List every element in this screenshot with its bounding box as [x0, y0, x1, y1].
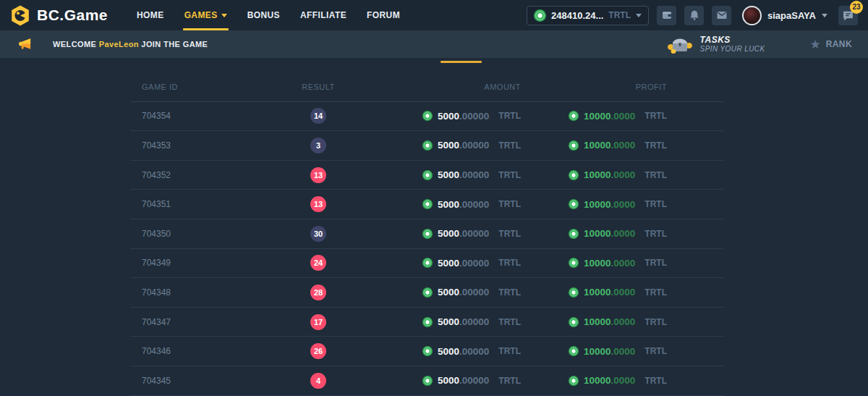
- profit-value: 10000.0000 TRTL: [569, 199, 667, 210]
- amount-dec: .00000: [459, 258, 489, 269]
- user-menu[interactable]: siapaSAYA: [742, 6, 827, 25]
- profit-currency: TRTL: [644, 111, 667, 121]
- table-row[interactable]: 704346 26 5000.00000 TRTL: [130, 337, 723, 366]
- table-row[interactable]: 704350 30 5000.00000 TRTL: [130, 219, 723, 249]
- trtl-coin-icon: [569, 258, 579, 268]
- nav-item-label: GAMES: [184, 10, 218, 20]
- profit-dec: .0000: [611, 140, 636, 151]
- main-content: GAME ID RESULT AMOUNT PROFIT 704354 14: [0, 58, 868, 396]
- table-row[interactable]: 704347 17 5000.00000 TRTL: [130, 308, 723, 337]
- amount-value: 5000.00000 TRTL: [422, 287, 521, 298]
- table-row[interactable]: 704345 4 5000.00000 TRTL: [130, 366, 723, 396]
- table-header: GAME ID RESULT AMOUNT PROFIT: [130, 72, 723, 102]
- amount-value: 5000.00000 TRTL: [422, 228, 521, 239]
- trtl-coin-icon: [422, 229, 433, 239]
- col-header-result: RESULT: [271, 83, 365, 91]
- nav-item-label: BONUS: [247, 10, 280, 20]
- amount-value: 5000.00000 TRTL: [422, 316, 521, 327]
- game-id: 704351: [130, 199, 271, 209]
- nav-item-affiliate[interactable]: AFFILIATE: [290, 0, 357, 30]
- amount-value: 5000.00000 TRTL: [422, 258, 521, 269]
- profit-int: 10000: [584, 287, 611, 298]
- amount-value: 5000.00000 TRTL: [422, 199, 521, 210]
- profit-dec: .0000: [611, 346, 636, 357]
- nav-item-forum[interactable]: FORUM: [357, 0, 410, 30]
- game-id: 704353: [130, 140, 271, 151]
- chevron-down-icon: [822, 14, 827, 17]
- table-row[interactable]: 704352 13 5000.00000 TRTL: [130, 161, 723, 190]
- amount-int: 5000: [438, 140, 459, 151]
- profit-int: 10000: [584, 140, 611, 151]
- amount-int: 5000: [438, 169, 459, 180]
- profit-value: 10000.0000 TRTL: [569, 140, 667, 151]
- chat-button[interactable]: 23: [838, 6, 858, 25]
- amount-currency: TRTL: [498, 140, 521, 151]
- table-row[interactable]: 704354 14 5000.00000 TRTL: [130, 102, 723, 132]
- rank-shortcut[interactable]: ★ RANK: [809, 38, 852, 51]
- game-id: 704349: [130, 258, 271, 268]
- game-id: 704350: [130, 229, 271, 239]
- profit-currency: TRTL: [644, 287, 667, 298]
- amount-dec: .00000: [459, 199, 489, 210]
- col-header-amount: AMOUNT: [365, 83, 521, 91]
- result-badge: 4: [310, 373, 326, 389]
- result-badge: 13: [310, 167, 326, 183]
- profit-dec: .0000: [611, 287, 636, 298]
- amount-currency: TRTL: [498, 317, 521, 327]
- profit-currency: TRTL: [644, 376, 667, 386]
- profit-int: 10000: [584, 346, 611, 357]
- tasks-subtitle: SPIN YOUR LUCK: [700, 45, 765, 54]
- mail-icon: [716, 9, 728, 21]
- game-id: 704348: [130, 287, 271, 298]
- profit-int: 10000: [584, 111, 611, 122]
- nav-item-label: AFFILIATE: [300, 10, 346, 20]
- trtl-coin-icon: [422, 376, 433, 386]
- chevron-down-icon: [636, 14, 642, 17]
- game-id: 704345: [130, 376, 271, 386]
- amount-dec: .00000: [459, 346, 489, 357]
- trtl-coin-icon: [569, 199, 579, 209]
- amount-value: 5000.00000 TRTL: [422, 140, 521, 151]
- chat-unread-badge: 23: [850, 1, 863, 14]
- game-id: 704347: [130, 317, 271, 327]
- profit-int: 10000: [584, 228, 611, 239]
- star-icon: ★: [809, 38, 820, 51]
- trtl-coin-icon: [534, 9, 546, 22]
- messages-button[interactable]: [712, 6, 731, 25]
- trtl-coin-icon: [569, 140, 579, 151]
- table-row[interactable]: 704351 13 5000.00000 TRTL: [130, 190, 723, 219]
- amount-currency: TRTL: [498, 199, 521, 209]
- tasks-title: TASKS: [700, 35, 765, 45]
- nav-item-home[interactable]: HOME: [127, 0, 174, 30]
- profit-currency: TRTL: [644, 229, 667, 239]
- amount-int: 5000: [438, 199, 459, 210]
- wallet-button[interactable]: [657, 6, 676, 25]
- rank-label: RANK: [826, 39, 852, 49]
- game-id: 704354: [130, 111, 271, 121]
- bcgame-logo-icon: [10, 4, 30, 27]
- profit-dec: .0000: [611, 169, 636, 180]
- profit-int: 10000: [584, 375, 611, 386]
- tasks-shortcut[interactable]: TASKS SPIN YOUR LUCK: [667, 35, 765, 54]
- trtl-coin-icon: [422, 258, 433, 268]
- active-tab-indicator: [441, 61, 482, 63]
- brand-logo[interactable]: BC.Game: [10, 4, 108, 27]
- welcome-message: WELCOME PaveLeon JOIN THE GAME: [17, 37, 208, 51]
- amount-currency: TRTL: [498, 229, 521, 239]
- result-badge: 26: [310, 343, 326, 359]
- trtl-coin-icon: [422, 140, 433, 151]
- amount-dec: .00000: [459, 169, 489, 180]
- profit-currency: TRTL: [644, 317, 667, 327]
- table-row[interactable]: 704349 24 5000.00000 TRTL: [130, 249, 723, 279]
- table-row[interactable]: 704348 28 5000.00000 TRTL: [130, 278, 723, 308]
- profit-dec: .0000: [611, 199, 636, 210]
- balance-selector[interactable]: 248410.24... TRTL: [527, 6, 649, 25]
- notifications-button[interactable]: [684, 6, 704, 25]
- profit-int: 10000: [584, 169, 611, 180]
- nav-item-games[interactable]: GAMES: [174, 0, 237, 30]
- nav-item-bonus[interactable]: BONUS: [237, 0, 290, 30]
- col-header-profit: PROFIT: [521, 83, 723, 91]
- table-row[interactable]: 704353 3 5000.00000 TRTL: [130, 131, 723, 161]
- top-nav: BC.Game HOME GAMES BONUS AFFILIATE FORUM: [0, 0, 868, 30]
- wallet-icon: [661, 9, 673, 21]
